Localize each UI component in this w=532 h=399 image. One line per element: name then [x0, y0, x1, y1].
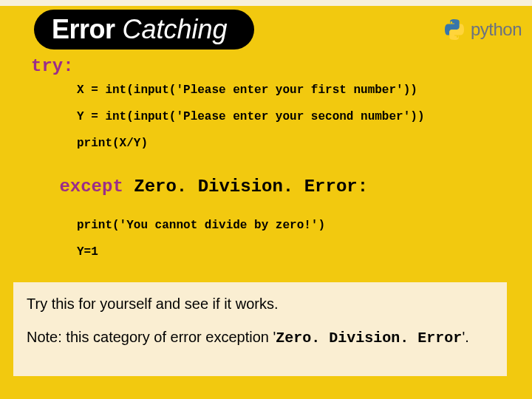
note-p2-mono: Zero. Division. Error [276, 330, 462, 347]
python-logo-text: python [471, 19, 522, 40]
note-p2c: '. [462, 329, 468, 345]
title-italic: Catching [115, 14, 228, 44]
note-p1: Try this for yourself and see if it work… [27, 294, 494, 314]
code-line-y1: Y=1 [31, 245, 502, 259]
top-bar [0, 0, 532, 6]
code-line-y: Y = int(input('Please enter your second … [31, 110, 502, 123]
kw-except: except [59, 177, 134, 197]
kw-try: try: [31, 56, 502, 76]
code-line-x: X = int(input('Please enter your first n… [31, 83, 502, 97]
python-icon [443, 18, 466, 41]
code-line-except-print: print('You cannot divide by zero!') [31, 219, 502, 232]
note-p2a: Note: this category of error exception ' [27, 329, 276, 345]
note-p2: Note: this category of error exception '… [27, 327, 494, 348]
note-box: Try this for yourself and see if it work… [13, 282, 507, 376]
except-line: except Zero. Division. Error: [31, 163, 502, 210]
header-row: Error Catching python [34, 10, 522, 49]
title-pill: Error Catching [34, 10, 254, 50]
code-line-print: print(X/Y) [31, 137, 502, 150]
code-content: try: X = int(input('Please enter your fi… [31, 56, 502, 266]
except-ident: Zero. Division. Error: [134, 177, 378, 197]
python-logo: python [443, 18, 522, 41]
title-bold: Error [52, 14, 115, 44]
